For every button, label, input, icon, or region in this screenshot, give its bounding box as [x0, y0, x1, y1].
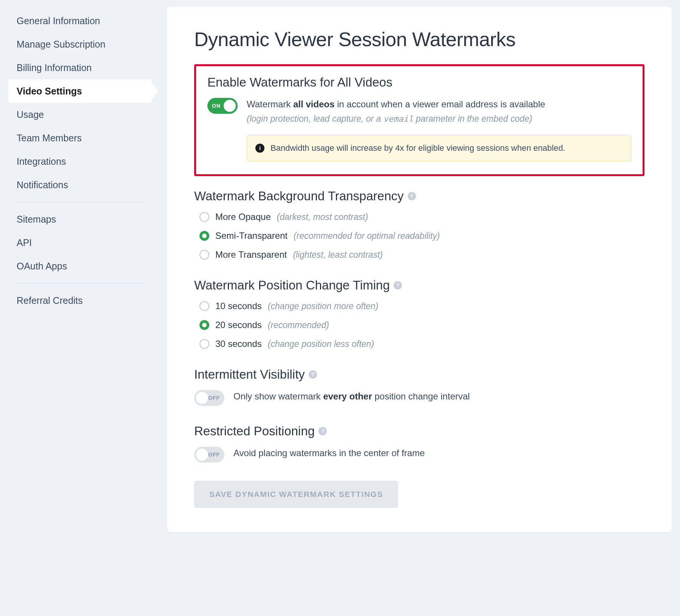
radio-indicator	[199, 339, 209, 349]
transparency-section: Watermark Background Transparency ? More…	[194, 189, 644, 260]
toggle-knob	[196, 449, 208, 461]
radio-indicator	[199, 212, 209, 222]
sidebar-item-billing-information[interactable]: Billing Information	[8, 56, 152, 79]
intermittent-description: Only show watermark every other position…	[233, 390, 644, 403]
help-icon[interactable]: ?	[309, 370, 317, 379]
enable-description: Watermark all videos in account when a v…	[247, 98, 631, 161]
content-panel: Dynamic Viewer Session Watermarks Enable…	[167, 7, 672, 532]
bandwidth-notice: i Bandwidth usage will increase by 4x fo…	[247, 135, 631, 161]
notice-text: Bandwidth usage will increase by 4x for …	[270, 142, 565, 154]
restricted-section: Restricted Positioning ? OFF Avoid placi…	[194, 424, 644, 463]
enable-watermarks-highlight: Enable Watermarks for All Videos ON Wate…	[194, 64, 644, 176]
radio-hint: (recommended)	[268, 320, 329, 330]
radio-label: 10 seconds	[215, 301, 262, 311]
info-icon: i	[255, 144, 264, 153]
sidebar-item-video-settings[interactable]: Video Settings	[8, 79, 152, 103]
timing-option-20-seconds[interactable]: 20 seconds (recommended)	[199, 320, 644, 330]
sidebar-item-referral-credits[interactable]: Referral Credits	[8, 289, 152, 312]
radio-indicator	[199, 231, 209, 241]
sidebar-divider	[17, 283, 144, 283]
radio-label: Semi-Transparent	[215, 231, 287, 241]
transparency-option-more-opaque[interactable]: More Opaque (darkest, most contrast)	[199, 212, 644, 222]
intermittent-toggle[interactable]: OFF	[194, 390, 224, 406]
radio-hint: (recommended for optimal readability)	[294, 231, 440, 241]
page-title: Dynamic Viewer Session Watermarks	[194, 28, 644, 51]
help-icon[interactable]: ?	[318, 427, 327, 435]
restricted-heading: Restricted Positioning	[194, 424, 315, 438]
radio-hint: (darkest, most contrast)	[277, 212, 368, 222]
sidebar: General InformationManage SubscriptionBi…	[8, 7, 152, 532]
radio-hint: (change position more often)	[268, 301, 379, 311]
radio-hint: (change position less often)	[268, 339, 374, 349]
sidebar-item-manage-subscription[interactable]: Manage Subscription	[8, 33, 152, 56]
enable-heading: Enable Watermarks for All Videos	[207, 75, 631, 90]
sidebar-item-general-information[interactable]: General Information	[8, 9, 152, 33]
radio-hint: (lightest, least contrast)	[293, 250, 383, 260]
radio-label: More Transparent	[215, 249, 287, 260]
transparency-option-more-transparent[interactable]: More Transparent (lightest, least contra…	[199, 249, 644, 260]
timing-option-10-seconds[interactable]: 10 seconds (change position more often)	[199, 301, 644, 311]
transparency-option-semi-transparent[interactable]: Semi-Transparent (recommended for optima…	[199, 231, 644, 241]
timing-section: Watermark Position Change Timing ? 10 se…	[194, 278, 644, 349]
timing-option-30-seconds[interactable]: 30 seconds (change position less often)	[199, 339, 644, 349]
help-icon[interactable]: ?	[394, 281, 402, 289]
transparency-heading: Watermark Background Transparency	[194, 189, 404, 203]
sidebar-item-sitemaps[interactable]: Sitemaps	[8, 207, 152, 231]
toggle-state-label: ON	[212, 103, 221, 109]
radio-label: More Opaque	[215, 212, 271, 222]
enable-watermarks-toggle[interactable]: ON	[207, 98, 238, 114]
radio-label: 30 seconds	[215, 339, 262, 349]
timing-heading: Watermark Position Change Timing	[194, 278, 390, 293]
sidebar-item-oauth-apps[interactable]: OAuth Apps	[8, 254, 152, 278]
sidebar-item-team-members[interactable]: Team Members	[8, 126, 152, 150]
sidebar-item-integrations[interactable]: Integrations	[8, 150, 152, 173]
help-icon[interactable]: ?	[408, 192, 416, 200]
toggle-knob	[196, 392, 208, 404]
radio-indicator	[199, 301, 209, 311]
sidebar-divider	[17, 202, 144, 202]
restricted-description: Avoid placing watermarks in the center o…	[233, 447, 644, 460]
restricted-toggle[interactable]: OFF	[194, 447, 224, 463]
intermittent-heading: Intermittent Visibility	[194, 367, 305, 382]
intermittent-section: Intermittent Visibility ? OFF Only show …	[194, 367, 644, 406]
radio-indicator	[199, 320, 209, 330]
toggle-state-label: OFF	[208, 452, 220, 458]
radio-label: 20 seconds	[215, 320, 262, 330]
enable-hint: (login protection, lead capture, or a ve…	[247, 113, 631, 125]
sidebar-item-usage[interactable]: Usage	[8, 103, 152, 126]
save-button[interactable]: SAVE DYNAMIC WATERMARK SETTINGS	[194, 481, 398, 508]
sidebar-item-notifications[interactable]: Notifications	[8, 173, 152, 197]
radio-indicator	[199, 250, 209, 260]
toggle-knob	[224, 100, 236, 112]
toggle-state-label: OFF	[208, 395, 220, 401]
sidebar-item-api[interactable]: API	[8, 231, 152, 254]
